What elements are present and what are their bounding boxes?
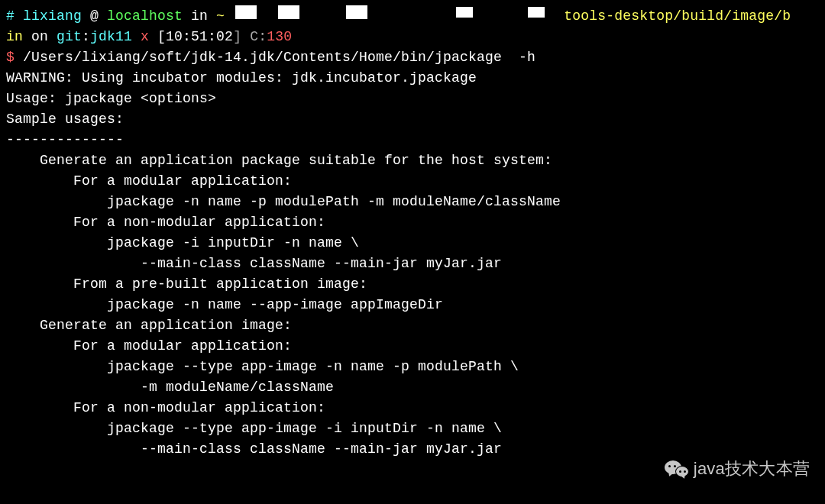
prompt-x: x bbox=[132, 29, 157, 44]
redacted-region bbox=[225, 3, 564, 24]
command-text: /Users/lixiang/soft/jdk-14.jdk/Contents/… bbox=[15, 50, 535, 65]
output-l8: jpackage -n name --app-image appImageDir bbox=[6, 295, 819, 315]
output-l13: For a non-modular application: bbox=[6, 398, 819, 418]
time-close: ] bbox=[233, 29, 241, 44]
output-l1: Generate an application package suitable… bbox=[6, 150, 819, 171]
prompt-symbol: $ bbox=[6, 50, 15, 65]
watermark-text: java技术大本营 bbox=[694, 456, 810, 481]
wechat-icon bbox=[665, 459, 689, 479]
prompt-host: localhost bbox=[107, 8, 183, 24]
output-dashes: -------------- bbox=[6, 130, 819, 150]
output-l9: Generate an application image: bbox=[6, 315, 819, 336]
output-l12: -m moduleName/className bbox=[6, 377, 819, 398]
prompt-on: on bbox=[23, 29, 57, 44]
output-l7: From a pre-built application image: bbox=[6, 274, 819, 295]
output-usage: Usage: jpackage <options> bbox=[6, 89, 819, 109]
prompt-at: @ bbox=[82, 8, 107, 24]
prompt-git: git bbox=[57, 29, 82, 44]
c-val: 130 bbox=[267, 29, 292, 44]
prompt-time: 10:51:02 bbox=[166, 29, 233, 44]
prompt-line-1: # lixiang @ localhost in ~ tools-desktop… bbox=[6, 3, 819, 27]
prompt-path-start: ~ bbox=[216, 8, 225, 24]
output-sample-hdr: Sample usages: bbox=[6, 109, 819, 130]
prompt-user: lixiang bbox=[23, 8, 82, 24]
output-l14: jpackage --type app-image -i inputDir -n… bbox=[6, 418, 819, 439]
prompt-branch: jdk11 bbox=[90, 29, 132, 44]
prompt-in2: in bbox=[6, 29, 23, 44]
prompt-colon: : bbox=[82, 29, 90, 44]
prompt-path-end: tools-desktop/build/image/b bbox=[564, 8, 791, 24]
output-l5: jpackage -i inputDir -n name \ bbox=[6, 233, 819, 254]
terminal-output[interactable]: # lixiang @ localhost in ~ tools-desktop… bbox=[6, 3, 819, 460]
time-open: [ bbox=[157, 29, 166, 44]
command-line: $ /Users/lixiang/soft/jdk-14.jdk/Content… bbox=[6, 47, 819, 68]
output-l3: jpackage -n name -p modulePath -m module… bbox=[6, 192, 819, 212]
output-l6: --main-class className --main-jar myJar.… bbox=[6, 254, 819, 274]
c-label: C: bbox=[241, 29, 267, 44]
prompt-in: in bbox=[183, 8, 216, 24]
watermark: java技术大本营 bbox=[665, 456, 810, 481]
output-l11: jpackage --type app-image -n name -p mod… bbox=[6, 357, 819, 377]
output-l10: For a modular application: bbox=[6, 336, 819, 357]
output-l2: For a modular application: bbox=[6, 171, 819, 192]
output-warning: WARNING: Using incubator modules: jdk.in… bbox=[6, 68, 819, 89]
prompt-line-2: in on git:jdk11 x [10:51:02] C:130 bbox=[6, 27, 819, 47]
prompt-hash: # bbox=[6, 8, 15, 24]
output-l4: For a non-modular application: bbox=[6, 212, 819, 233]
